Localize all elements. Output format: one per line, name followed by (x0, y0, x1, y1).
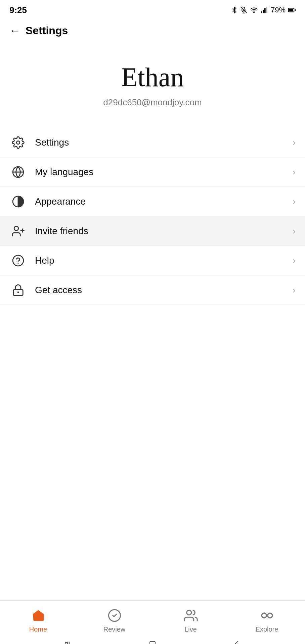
help-circle-icon (9, 252, 27, 269)
android-back-button[interactable] (228, 636, 245, 644)
svg-point-15 (14, 226, 18, 230)
svg-rect-5 (263, 10, 264, 13)
menu-item-appearance[interactable]: Appearance › (0, 187, 305, 216)
svg-rect-7 (266, 7, 267, 13)
mute-icon (241, 6, 247, 14)
live-icon (183, 607, 199, 624)
menu-item-settings[interactable]: Settings › (0, 128, 305, 157)
nav-item-review[interactable]: Review (76, 605, 152, 636)
battery-icon (288, 6, 296, 14)
status-bar: 9:25 79% (0, 0, 305, 19)
my-languages-label: My languages (35, 167, 293, 177)
appearance-label: Appearance (35, 196, 293, 207)
android-home-button[interactable] (144, 636, 161, 644)
status-time: 9:25 (9, 5, 27, 15)
get-access-label: Get access (35, 285, 293, 296)
contrast-icon (9, 193, 27, 210)
wifi-icon (250, 6, 258, 14)
invite-friends-label: Invite friends (35, 226, 293, 236)
help-label: Help (35, 255, 293, 266)
nav-items: Home Review Live (0, 601, 305, 636)
explore-nav-label: Explore (256, 626, 278, 633)
svg-rect-4 (261, 11, 262, 13)
menu-item-help[interactable]: Help › (0, 246, 305, 275)
my-languages-chevron: › (293, 167, 296, 177)
svg-point-11 (16, 141, 20, 144)
menu-list: Settings › My languages › Appearance › (0, 128, 305, 600)
svg-point-21 (17, 291, 19, 293)
nav-item-explore[interactable]: Explore (229, 605, 305, 636)
globe-icon (9, 163, 27, 181)
page-title: Settings (26, 24, 68, 37)
home-nav-label: Home (29, 626, 47, 633)
gear-icon (9, 134, 27, 151)
svg-point-23 (186, 610, 191, 615)
header: ← Settings (0, 19, 305, 42)
svg-point-3 (254, 12, 254, 13)
status-icons: 79% (231, 6, 296, 14)
svg-rect-27 (267, 613, 272, 618)
review-nav-label: Review (103, 626, 126, 633)
menu-item-invite-friends[interactable]: Invite friends › (0, 216, 305, 246)
appearance-chevron: › (293, 196, 296, 207)
menu-item-get-access[interactable]: Get access › (0, 275, 305, 305)
profile-name: Ethan (121, 62, 184, 92)
battery-indicator: 79% (271, 6, 286, 14)
menu-item-my-languages[interactable]: My languages › (0, 157, 305, 187)
nav-item-home[interactable]: Home (0, 605, 76, 636)
review-icon (106, 607, 123, 624)
live-nav-label: Live (184, 626, 197, 633)
profile-section: Ethan d29dc650@moodjoy.com (0, 42, 305, 128)
invite-friends-chevron: › (293, 226, 296, 236)
svg-point-18 (13, 255, 24, 266)
nav-item-live[interactable]: Live (152, 605, 229, 636)
settings-label: Settings (35, 137, 293, 148)
profile-email: d29dc650@moodjoy.com (103, 97, 202, 108)
svg-rect-6 (264, 8, 266, 13)
help-chevron: › (293, 255, 296, 266)
bluetooth-icon (231, 6, 238, 14)
explore-icon (259, 607, 275, 624)
back-button[interactable]: ← (9, 24, 20, 37)
android-recent-button[interactable] (60, 636, 77, 644)
signal-icon (261, 6, 268, 14)
add-user-icon (9, 222, 27, 240)
android-nav-bar (0, 636, 305, 644)
svg-rect-10 (289, 9, 293, 11)
lock-icon (9, 281, 27, 299)
svg-rect-37 (150, 642, 155, 644)
settings-chevron: › (293, 137, 296, 148)
get-access-chevron: › (293, 285, 296, 296)
home-icon (30, 607, 46, 624)
bottom-nav: Home Review Live (0, 600, 305, 644)
